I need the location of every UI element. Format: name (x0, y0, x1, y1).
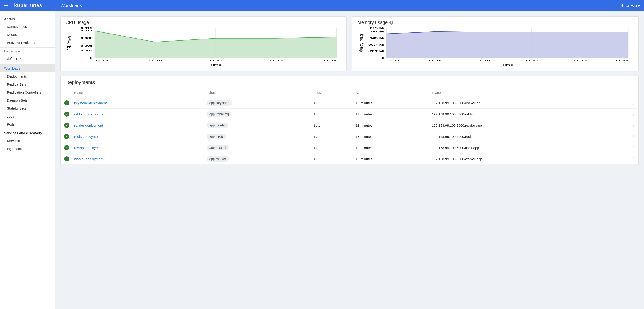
sidebar-item-deployments[interactable]: Deployments (0, 72, 54, 80)
status-ok-icon: ✓ (64, 134, 69, 139)
age-value: 13 minutes (354, 120, 430, 131)
svg-text:17:23: 17:23 (269, 59, 283, 62)
deployment-link[interactable]: rabbitmq-deployment (74, 112, 106, 116)
svg-text:Memory (bytes): Memory (bytes) (358, 34, 364, 52)
svg-text:17:18: 17:18 (94, 59, 108, 62)
svg-text:143 Mi: 143 Mi (370, 37, 384, 40)
sidebar-item-ingresses[interactable]: Ingresses (0, 145, 54, 153)
image-value: 192.168.99.100:5000/flask-app (430, 142, 629, 153)
sidebar-item-workloads[interactable]: Workloads (0, 64, 54, 72)
age-value: 13 minutes (354, 142, 430, 153)
row-menu-icon[interactable]: ⋮ (629, 97, 638, 109)
image-value: 192.168.99.100:5000/reader-app (430, 120, 629, 131)
svg-text:47.7 Mi: 47.7 Mi (368, 50, 384, 53)
svg-text:191 Mi: 191 Mi (370, 30, 384, 33)
pods-value: 1 / 1 (311, 142, 354, 153)
chevron-down-icon: ▼ (20, 57, 22, 60)
table-row: ✓ redis-deployment app: redis 1 / 1 13 m… (60, 131, 638, 142)
age-value: 13 minutes (354, 153, 430, 165)
column-header-labels[interactable]: Labels (204, 88, 311, 97)
svg-text:17:25: 17:25 (323, 59, 336, 62)
row-menu-icon[interactable]: ⋮ (629, 109, 638, 120)
age-value: 13 minutes (354, 97, 430, 109)
sidebar-item-replica-sets[interactable]: Replica Sets (0, 80, 54, 88)
deployments-title: Deployments (60, 76, 638, 87)
deployment-link[interactable]: restapi-deployment (74, 146, 104, 150)
svg-text:Time: Time (210, 63, 222, 66)
svg-text:17:20: 17:20 (476, 59, 490, 62)
brand-logo: kubernetes (14, 2, 42, 8)
image-value: 192.168.99.100:5000/worker-app (430, 153, 629, 165)
age-value: 13 minutes (354, 109, 430, 120)
label-chip: app: worker (207, 156, 229, 162)
pods-value: 1 / 1 (311, 131, 354, 142)
page-title: Workloads (60, 3, 82, 8)
plus-icon: + (621, 3, 624, 8)
deployment-link[interactable]: reader-deployment (74, 123, 103, 127)
column-header-pods[interactable]: Pods (311, 88, 354, 97)
row-menu-icon[interactable]: ⋮ (629, 142, 638, 153)
memory-chart: 17:1717:1817:2017:2117:2317:25047.7 Mi95… (358, 26, 633, 67)
svg-text:17:18: 17:18 (428, 59, 442, 62)
status-ok-icon: ✓ (64, 123, 69, 128)
main-content: CPU usage 17:1817:2017:2117:2317:2500.00… (55, 11, 644, 309)
namespace-selected-value: default (7, 57, 17, 60)
column-header-name[interactable]: Name (72, 88, 204, 97)
row-menu-icon[interactable]: ⋮ (629, 120, 638, 131)
cpu-chart: 17:1817:2017:2117:2317:2500.0030.0050.00… (66, 26, 342, 67)
table-row: ✓ worker-deployment app: worker 1 / 1 13… (60, 153, 638, 165)
label-chip: app: reader (207, 123, 228, 128)
svg-text:0.003: 0.003 (80, 49, 93, 52)
memory-card-title: Memory usage (358, 20, 388, 25)
svg-text:0: 0 (90, 57, 93, 59)
sidebar-item-nodes[interactable]: Nodes (0, 30, 54, 38)
create-button[interactable]: + CREATE (621, 3, 640, 8)
info-icon[interactable]: i (389, 20, 394, 25)
row-menu-icon[interactable]: ⋮ (629, 153, 638, 165)
row-menu-icon[interactable]: ⋮ (629, 131, 638, 142)
sidebar-item-services[interactable]: Services (0, 137, 54, 145)
table-row: ✓ reader-deployment app: reader 1 / 1 13… (60, 120, 638, 131)
sidebar-item-jobs[interactable]: Jobs (0, 112, 54, 120)
deployments-table: NameLabelsPodsAgeImages ✓ keystone-deplo… (60, 88, 638, 165)
label-chip: app: restapi (207, 145, 229, 150)
sidebar-section-admin: Admin (0, 15, 54, 22)
status-ok-icon: ✓ (64, 145, 69, 150)
sidebar-item-replication-controllers[interactable]: Replication Controllers (0, 88, 54, 96)
deployment-link[interactable]: keystone-deployment (74, 101, 107, 105)
svg-text:17:17: 17:17 (386, 59, 400, 62)
pods-value: 1 / 1 (311, 153, 354, 165)
deployment-link[interactable]: redis-deployment (74, 135, 100, 139)
svg-text:17:21: 17:21 (525, 59, 538, 62)
sidebar-item-namespaces[interactable]: Namespaces (0, 22, 54, 30)
sidebar-item-pods[interactable]: Pods (0, 120, 54, 128)
label-chip: app: keystone (207, 100, 232, 106)
namespace-select[interactable]: default ▼ (0, 55, 54, 62)
image-value: 192.168.99.100:5000/docker-op... (430, 97, 629, 109)
svg-text:95.4 Mi: 95.4 Mi (368, 43, 384, 46)
memory-usage-card: Memory usage i 17:1717:1817:2017:2117:23… (352, 16, 638, 71)
sidebar-item-stateful-sets[interactable]: Stateful Sets (0, 104, 54, 112)
svg-text:17:23: 17:23 (573, 59, 587, 62)
table-row: ✓ restapi-deployment app: restapi 1 / 1 … (60, 142, 638, 153)
deployments-card: Deployments NameLabelsPodsAgeImages ✓ ke… (60, 75, 638, 165)
svg-text:0.008: 0.008 (80, 37, 93, 40)
pods-value: 1 / 1 (311, 109, 354, 120)
age-value: 13 minutes (354, 131, 430, 142)
svg-text:Time: Time (502, 63, 513, 66)
svg-text:0.011: 0.011 (80, 29, 93, 32)
status-ok-icon: ✓ (64, 156, 69, 161)
column-header-images[interactable]: Images (430, 88, 629, 97)
svg-text:17:20: 17:20 (148, 59, 162, 62)
image-value: 192.168.99.100:5000/rabbitmq:... (430, 109, 629, 120)
sidebar: Admin NamespacesNodesPersistent Volumes … (0, 11, 55, 309)
svg-text:CPU (cores): CPU (cores) (66, 36, 72, 50)
svg-text:17:21: 17:21 (209, 59, 222, 62)
pods-value: 1 / 1 (311, 120, 354, 131)
cpu-usage-card: CPU usage 17:1817:2017:2117:2317:2500.00… (60, 16, 347, 71)
deployment-link[interactable]: worker-deployment (74, 157, 104, 161)
hamburger-icon[interactable] (4, 3, 9, 8)
sidebar-item-persistent-volumes[interactable]: Persistent Volumes (0, 38, 54, 46)
sidebar-item-daemon-sets[interactable]: Daemon Sets (0, 96, 54, 104)
column-header-age[interactable]: Age (354, 88, 430, 97)
